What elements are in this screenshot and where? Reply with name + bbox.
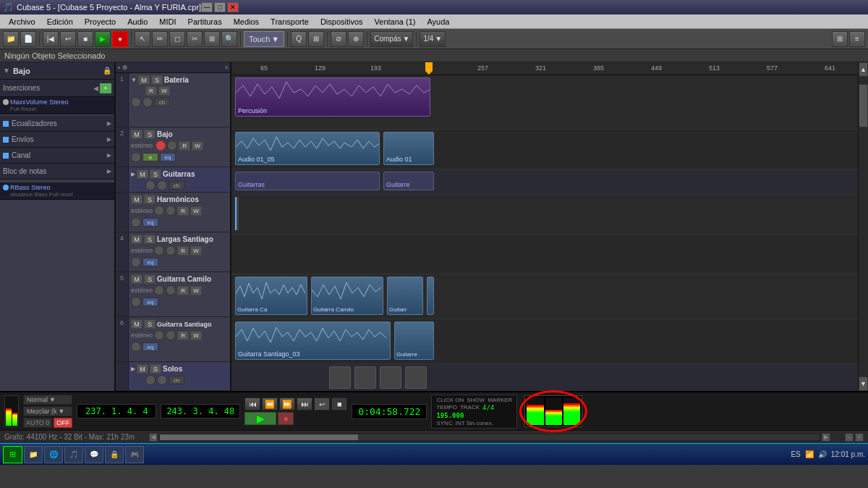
tb-rewind-btn[interactable]: |◀ (43, 31, 59, 47)
position-display-2[interactable]: 243. 3. 4. 48 (161, 404, 240, 418)
track-h-btn3[interactable] (131, 217, 141, 227)
track-5-mute[interactable]: M (131, 274, 142, 284)
track-view-icon[interactable]: ≡ (225, 64, 229, 71)
track-5-btn3[interactable] (131, 297, 141, 307)
trans-loop[interactable]: ↩ (314, 397, 330, 411)
track-6-btn1[interactable] (154, 330, 164, 340)
audio-clip-guitarra-santiago[interactable]: Guitarra Santiago_03 (235, 321, 391, 360)
track-solos-btn1[interactable] (145, 375, 156, 385)
solos-clip-2[interactable] (354, 366, 376, 389)
time-display[interactable]: 0:04:58.722 (352, 404, 427, 419)
taskbar-app-5[interactable]: 🔒 (105, 446, 124, 463)
scroll-right-btn[interactable]: ▶ (822, 433, 830, 442)
tb-snap-btn[interactable]: ⊘ (331, 31, 346, 47)
normal-dropdown[interactable]: Normal▼ (23, 395, 72, 405)
trans-to-start[interactable]: ⏮ (244, 397, 260, 411)
menu-transporte[interactable]: Transporte (265, 16, 315, 28)
taskbar-app-1[interactable]: 📁 (24, 446, 43, 463)
close-button[interactable]: ✕ (227, 2, 239, 12)
menu-audio[interactable]: Audio (122, 16, 153, 28)
track-4-btn1[interactable] (154, 245, 164, 256)
inserciones-expand[interactable]: ◀ (93, 85, 98, 92)
track-1-r[interactable]: R (145, 86, 157, 96)
position-display-1[interactable]: 237. 1. 4. 4 (77, 404, 156, 418)
tb-glue-tool[interactable]: ⊞ (204, 31, 220, 47)
track-2-record[interactable] (156, 140, 166, 151)
tb-arrow-tool[interactable]: ↖ (135, 31, 150, 47)
track-1-fold[interactable]: ▼ (131, 77, 137, 83)
menu-ayuda[interactable]: Ayuda (421, 16, 455, 28)
taskbar-app-6[interactable]: 🎮 (125, 446, 144, 463)
tb-mixer-btn[interactable]: ⊞ (832, 31, 848, 47)
track-1-btn2[interactable] (142, 97, 153, 107)
trans-to-end[interactable]: ⏭ (297, 397, 312, 411)
track-h-btn1[interactable] (154, 206, 164, 216)
track-h-mute[interactable]: M (131, 195, 142, 204)
maximize-button[interactable]: □ (214, 2, 226, 12)
track-2-r[interactable]: R (179, 141, 190, 151)
track-1-btn1[interactable] (131, 97, 141, 107)
menu-edicion[interactable]: Edición (41, 16, 79, 28)
solos-clip-1[interactable] (329, 366, 351, 389)
scroll-thumb[interactable] (859, 84, 868, 127)
content-row-3[interactable]: Guitarras Guitarre (231, 169, 858, 195)
scroll-left-btn[interactable]: ◀ (149, 433, 158, 442)
content-row-solos[interactable] (231, 364, 858, 391)
mezclar-dropdown[interactable]: Mezclar (k▼ (23, 406, 72, 416)
track-6-btn3[interactable] (131, 342, 141, 352)
tb-zoom-tool[interactable]: 🔍 (221, 31, 237, 47)
audio-clip-guitarra-santiago-2[interactable]: Guitarre (394, 321, 434, 360)
content-row-harmonicos[interactable] (231, 195, 858, 235)
tb-more-btn[interactable]: ≡ (849, 31, 865, 47)
track-1-solo[interactable]: S (151, 75, 163, 85)
track-4-mute[interactable]: M (131, 235, 142, 244)
folder-clip-guitarras-2[interactable]: Guitarre (383, 172, 434, 190)
audio-clip-bajo-2[interactable]: Audio 01 (383, 132, 434, 165)
tb-quantize-btn[interactable]: Q (291, 31, 307, 47)
hscroll[interactable]: ◀ ▶ (149, 433, 830, 442)
tempo-dropdown[interactable]: Compás ▼ (370, 31, 413, 47)
audio-clip-guitarra-camilo-4[interactable] (427, 277, 434, 315)
menu-dispositivos[interactable]: Dispositivos (315, 16, 369, 28)
menu-midi[interactable]: MIDI (153, 16, 182, 28)
inserciones-add-btn[interactable]: + (100, 83, 111, 93)
track-2-btn1[interactable] (131, 152, 141, 162)
audio-clip-guitarra-camilo-3[interactable]: Guitarr (387, 277, 423, 315)
track-3-solo[interactable]: S (150, 169, 161, 179)
tb-grid-btn[interactable]: ⊞ (308, 31, 324, 47)
track-5-btn1[interactable] (154, 285, 164, 295)
track-3-mute[interactable]: M (137, 169, 148, 179)
track-h-w[interactable]: W (190, 206, 202, 216)
folder-clip-guitarras[interactable]: Guitarras (235, 172, 380, 190)
track-5-w[interactable]: W (190, 286, 202, 295)
scroll-up-btn[interactable]: ▲ (859, 62, 868, 77)
track-4-solo[interactable]: S (144, 235, 156, 244)
tb-cut-tool[interactable]: ✂ (187, 31, 203, 47)
track-3-btn2[interactable] (157, 180, 167, 190)
solos-folder-icon[interactable]: ▶ (131, 366, 135, 372)
solos-clip-4[interactable] (405, 366, 427, 389)
track-4-btn2[interactable] (166, 245, 176, 256)
trans-play[interactable]: ▶ (244, 412, 276, 425)
tb-record-btn[interactable]: ● (112, 31, 128, 47)
track-5-btn2[interactable] (166, 285, 176, 295)
menu-medios[interactable]: Medios (228, 16, 265, 28)
audio-clip-guitarra-camilo-1[interactable]: Guitarra Ca (235, 277, 307, 315)
track-solos-btn2[interactable] (157, 375, 167, 385)
menu-partituras[interactable]: Partituras (182, 16, 228, 28)
tb-erase-tool[interactable]: ◻ (169, 31, 185, 47)
taskbar-app-4[interactable]: 💬 (85, 446, 103, 463)
tb-file-btn[interactable]: 📁 (3, 31, 19, 47)
track-4-w[interactable]: W (190, 246, 202, 256)
tb-new-btn[interactable]: 📄 (20, 31, 36, 47)
track-h-r[interactable]: R (177, 206, 189, 216)
track-solos-mute[interactable]: M (137, 364, 148, 374)
start-button[interactable]: ⊞ (3, 446, 22, 463)
track-h-solo[interactable]: S (144, 195, 156, 204)
section-envios[interactable]: Envíos ▶ (0, 132, 114, 148)
trans-ffwd[interactable]: ⏩ (279, 397, 295, 411)
track-1-w[interactable]: W (158, 86, 170, 96)
midi-clip-bateria[interactable]: Percusión (235, 77, 430, 117)
section-canal[interactable]: Canal ▶ (0, 148, 114, 164)
zoom-out-btn[interactable]: − (845, 433, 854, 442)
